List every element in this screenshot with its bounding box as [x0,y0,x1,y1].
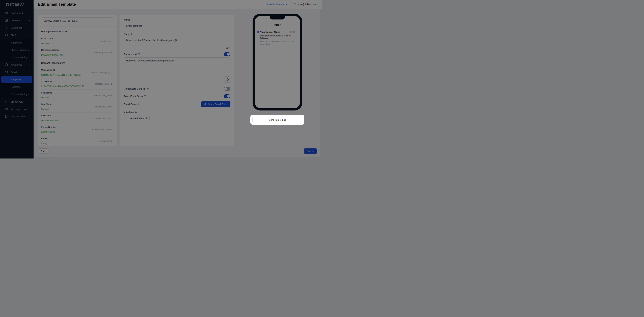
sidebar-subitem-label: Domains [10,86,20,88]
placeholder-key: brand_name [100,40,112,42]
placeholder-label: Contact ID [41,80,94,83]
credits-balance-link[interactable]: Credits Balance [267,3,287,6]
chevron-right-icon [296,31,298,33]
subject-input[interactable] [124,37,230,43]
sidebar-subitem-email-optout[interactable]: Opt-out Settings [0,91,34,98]
placeholder-key: contact.phone_number [90,128,112,131]
key-divider [114,117,114,119]
clock-icon [5,107,8,111]
placeholder-key: contact.contact_id [94,83,112,85]
form-footer: Back Submit [38,148,317,154]
sidebar-item-broadcasts[interactable]: Broadcasts [0,98,34,105]
chevron-down-icon [110,20,112,22]
key-divider [114,83,114,85]
add-attachment-button[interactable]: Add Attachment [124,115,150,121]
sidebar-subitem-domains[interactable]: Domains [0,83,34,91]
workspace-select-value: DIDWW Support (12345678901) [44,20,78,22]
sidebar-item-whatsapp[interactable]: WhatsApp [0,61,34,68]
add-attachment-label: Add Attachment [130,117,147,120]
plus-icon [126,117,129,119]
email-body-preview: Hello you have been offered a new promot… [260,40,298,45]
open-email-editor-button[interactable]: Open Email Editor [201,101,230,107]
funnel-icon [5,26,8,29]
page-title: Edit Email Template [38,2,76,7]
placeholder-key: contact.full_name [95,117,112,119]
email-preview-zone: Inbox Your Sender Name 09:00 New promoti… [234,14,320,125]
key-divider [114,140,114,142]
sidebar-item-label: Message Logs [10,108,28,111]
placeholder-row-last-name: Last Name Support contact.last_name [41,101,114,112]
pencil-icon [204,103,206,105]
back-button[interactable]: Back [38,148,48,154]
workspace-select[interactable]: DIDWW Support (12345678901) [41,18,114,24]
preview-text-label-row: Preview text [124,53,140,56]
placeholder-key: company_address [94,51,112,54]
sidebar-item-label: Dashboard [10,12,30,15]
personalize-send-to-toggle[interactable] [224,87,230,91]
sidebar-item-message-logs[interactable]: Message Logs [0,105,34,113]
contacts-icon [5,19,8,22]
sidebar-item-email[interactable]: Email [0,68,34,76]
email-content-label: Email Content [124,103,139,106]
sidebar-item-contacts[interactable]: Contacts [0,17,34,24]
preview-text-toggle[interactable] [224,52,230,56]
attachments-label: Attachments [124,111,230,114]
placeholder-row-first-name: First Name DIDWW contact.first_name [41,90,114,101]
placeholder-key: contact.first_name [94,94,112,97]
toggle-knob [227,95,230,98]
preview-text-input[interactable] [124,58,230,74]
open-email-editor-label: Open Email Editor [208,103,228,106]
track-email-open-label: Track Email Open [124,95,143,98]
send-test-email-spotlight: Send Test Email [250,115,304,125]
sidebar-subitem-sms-optout[interactable]: Opt-out Settings [0,54,34,61]
email-template-form: Name Subject Preview text Personalize Se… [120,15,234,146]
email-time: 09:00 [290,31,298,33]
placeholder-value: 625ee7d9-d03b-4143-8736-7a53b85a7c45 [41,85,94,88]
sidebar-subitem-label: Templates [10,78,22,81]
submit-button[interactable]: Submit [304,148,317,154]
smiley-icon [226,78,229,81]
send-test-email-button[interactable]: Send Test Email [252,117,302,123]
sidebar-subitem-sms-templates[interactable]: Templates [0,39,34,46]
placeholder-label: Messaging ID [41,69,91,71]
sidebar-subitem-phone-numbers[interactable]: Phone Numbers [0,46,34,54]
chevron-up-icon [28,71,30,73]
key-divider [114,105,114,108]
placeholder-label: Brand name [41,37,100,40]
main-content: DIDWW Support (12345678901) Workspace Pl… [35,10,320,157]
sidebar-item-media-assets[interactable]: Media Assets [0,113,34,120]
placeholder-row-brand-name: Brand name DIDWW brand_name [41,35,114,47]
sidebar-item-dashboard[interactable]: Dashboard [0,9,34,17]
placeholder-value: DIDWW [41,96,94,99]
placeholder-label: Last Name [41,103,94,105]
emoji-picker-button[interactable] [224,45,230,51]
chevron-up-icon [28,34,30,36]
personalize-send-to-label-row: Personalize Send To [124,88,149,90]
placeholder-label: Email [41,137,99,140]
chat-icon [5,34,8,37]
top-bar: Edit Email Template Credits Balance sms@… [34,0,322,9]
sidebar-subitem-email-templates[interactable]: Templates [1,76,32,83]
placeholder-row-messaging-id: Messaging ID f9efefa7-b17f-4500-8f1d-9c6… [41,67,114,78]
name-input[interactable] [124,23,230,29]
account-menu[interactable]: sms@didww.com [291,2,319,7]
email-subject-preview: New promotion! Special offer for DIDWW [260,35,298,40]
key-divider [114,128,114,131]
placeholder-key: contact.email [99,140,112,142]
sidebar-item-segments[interactable]: Segments [0,24,34,31]
placeholder-value: DIDWW Support [41,119,95,122]
contact-placeholders-title: Contact Placeholders [38,58,118,67]
phone-mockup: Inbox Your Sender Name 09:00 New promoti… [252,14,302,111]
envelope-icon [5,70,8,74]
placeholder-value: DIDWW [41,42,100,45]
placeholder-label: Company address [41,49,94,51]
sidebar-subitem-label: Opt-out Settings [10,56,29,59]
sidebar-item-sms[interactable]: SMS [0,31,34,39]
emoji-picker-button[interactable] [224,76,230,83]
chevron-down-icon [28,64,30,66]
phone-notch [270,16,285,20]
name-label: Name [124,19,230,21]
sidebar-item-label: SMS [10,34,28,37]
info-icon [138,53,140,55]
track-email-open-toggle[interactable] [224,94,230,98]
